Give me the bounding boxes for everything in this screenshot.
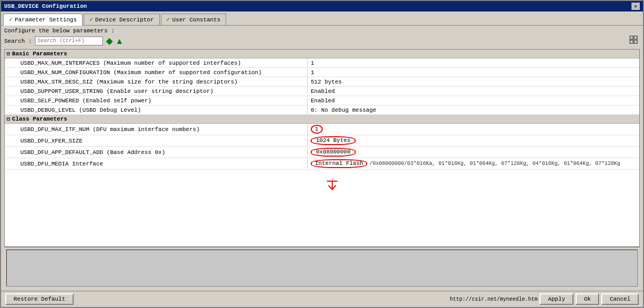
- param-name: USBD_MAX_NUM_INTERFACES (Maximum number …: [5, 58, 308, 67]
- cancel-button[interactable]: Cancel: [601, 293, 639, 305]
- search-input[interactable]: [35, 37, 103, 45]
- tab-user-constants[interactable]: ✓ User Constants: [161, 14, 227, 25]
- section-basic-parameters: ⊟ Basic Parameters: [5, 50, 639, 58]
- search-row: Search : ◆ ▲: [4, 36, 640, 46]
- table-row: USBD_DFU_MEDIA Interface Internal Flash …: [5, 158, 639, 170]
- tab-parameter-settings[interactable]: ✓ Parameter Settings: [3, 14, 83, 26]
- table-row: USBD_SUPPORT_USER_STRING (Enable user st…: [5, 87, 639, 96]
- param-value[interactable]: 0x08000000: [308, 147, 359, 158]
- configure-label: Configure the below parameters :: [4, 28, 640, 34]
- tab-check-icon: ✓: [89, 16, 93, 23]
- bottom-panel: [4, 247, 640, 289]
- svg-rect-2: [630, 40, 633, 43]
- param-name: USBD_SELF_POWERED (Enabled self power): [5, 96, 308, 105]
- close-button[interactable]: ✕: [631, 3, 640, 10]
- tab-bar: ✓ Parameter Settings ✓ Device Descriptor…: [1, 11, 643, 26]
- annotation-arrow: [324, 180, 340, 192]
- param-name: USBD_MAX_NUM_CONFIGURATION (Maximum numb…: [5, 68, 308, 77]
- param-value[interactable]: Enabled: [308, 96, 338, 105]
- window-title: USB_DEVICE Configuration: [4, 3, 87, 9]
- restore-default-button[interactable]: Restore Default: [5, 293, 74, 305]
- tab-label: Device Descriptor: [95, 17, 154, 23]
- tab-check-icon: ✓: [167, 16, 170, 23]
- param-value[interactable]: 0: No debug message: [308, 105, 379, 114]
- param-value[interactable]: 1: [308, 124, 326, 135]
- title-bar: USB_DEVICE Configuration ✕: [1, 1, 643, 11]
- table-row: USBD_MAX_STR_DESC_SIZ (Maximum size for …: [5, 77, 639, 87]
- table-row: USBD_MAX_NUM_INTERFACES (Maximum number …: [5, 58, 639, 68]
- param-value[interactable]: Internal Flash /0x08000000/03*016Ka, 01*…: [308, 158, 624, 169]
- search-next-button[interactable]: ▲: [115, 37, 124, 46]
- search-prev-button[interactable]: ◆: [106, 36, 112, 46]
- param-name: USBD_MAX_STR_DESC_SIZ (Maximum size for …: [5, 77, 308, 86]
- footer-url: http://csir.net/myneedle.htm: [450, 297, 537, 302]
- section-toggle[interactable]: ⊟: [7, 51, 10, 57]
- search-label: Search :: [4, 38, 32, 44]
- circled-value: Internal Flash: [311, 159, 367, 168]
- table-row: USBD_MAX_NUM_CONFIGURATION (Maximum numb…: [5, 68, 639, 77]
- section-class-parameters: ⊟ Class Parameters: [5, 115, 639, 124]
- param-value[interactable]: 1: [308, 58, 318, 67]
- param-value[interactable]: 1: [308, 68, 318, 77]
- param-name: USBD_DFU_MAX_ITF_NUM (DFU maximum interf…: [5, 124, 308, 135]
- tab-device-descriptor[interactable]: ✓ Device Descriptor: [84, 14, 159, 25]
- param-value[interactable]: Enabled: [308, 87, 338, 96]
- main-window: USB_DEVICE Configuration ✕ ✓ Parameter S…: [0, 0, 644, 308]
- tab-label: User Constants: [172, 17, 220, 23]
- grid-view-icon[interactable]: [629, 35, 639, 46]
- param-extra-value: /0x08000000/03*016Ka, 01*016Kg, 01*064Kg…: [369, 161, 620, 167]
- param-name: USBD_DEBUG_LEVEL (USBD Debug Level): [5, 105, 308, 114]
- apply-button[interactable]: Apply: [540, 293, 573, 305]
- param-value[interactable]: 512 bytes: [308, 77, 345, 86]
- section-toggle-class[interactable]: ⊟: [7, 116, 10, 122]
- tab-check-icon: ✓: [9, 16, 13, 23]
- table-row: USBD_DFU_MAX_ITF_NUM (DFU maximum interf…: [5, 124, 639, 135]
- svg-rect-3: [634, 40, 637, 43]
- table-row: USBD_DFU_APP_DEFAULT_ADD (Base Address 0…: [5, 147, 639, 158]
- params-table: ⊟ Basic Parameters USBD_MAX_NUM_INTERFAC…: [4, 49, 640, 247]
- tab-label: Parameter Settings: [15, 17, 77, 23]
- table-row: USBD_SELF_POWERED (Enabled self power) E…: [5, 96, 639, 105]
- footer: Restore Default http://csir.net/myneedle…: [1, 291, 643, 307]
- param-name: USBD_SUPPORT_USER_STRING (Enable user st…: [5, 87, 308, 96]
- table-row: USBD_DFU_XFER_SIZE 1024 Bytes: [5, 135, 639, 147]
- content-area: Configure the below parameters : Search …: [1, 26, 643, 291]
- param-name: USBD_DFU_APP_DEFAULT_ADD (Base Address 0…: [5, 147, 308, 158]
- circled-value: 0x08000000: [311, 148, 356, 157]
- circled-value: 1: [311, 125, 323, 134]
- section-label: Basic Parameters: [12, 51, 67, 57]
- circled-value: 1024 Bytes: [311, 136, 356, 145]
- ok-button[interactable]: Ok: [576, 293, 599, 305]
- bottom-inner-panel: [6, 250, 638, 287]
- param-name: USBD_DFU_XFER_SIZE: [5, 135, 308, 146]
- svg-rect-1: [634, 36, 637, 39]
- footer-left: Restore Default: [5, 293, 74, 305]
- svg-rect-0: [630, 36, 633, 39]
- footer-right: http://csir.net/myneedle.htm Apply Ok Ca…: [450, 293, 639, 305]
- param-name: USBD_DFU_MEDIA Interface: [5, 158, 308, 169]
- section-label: Class Parameters: [12, 116, 67, 122]
- table-row: USBD_DEBUG_LEVEL (USBD Debug Level) 0: N…: [5, 105, 639, 115]
- param-value[interactable]: 1024 Bytes: [308, 135, 359, 146]
